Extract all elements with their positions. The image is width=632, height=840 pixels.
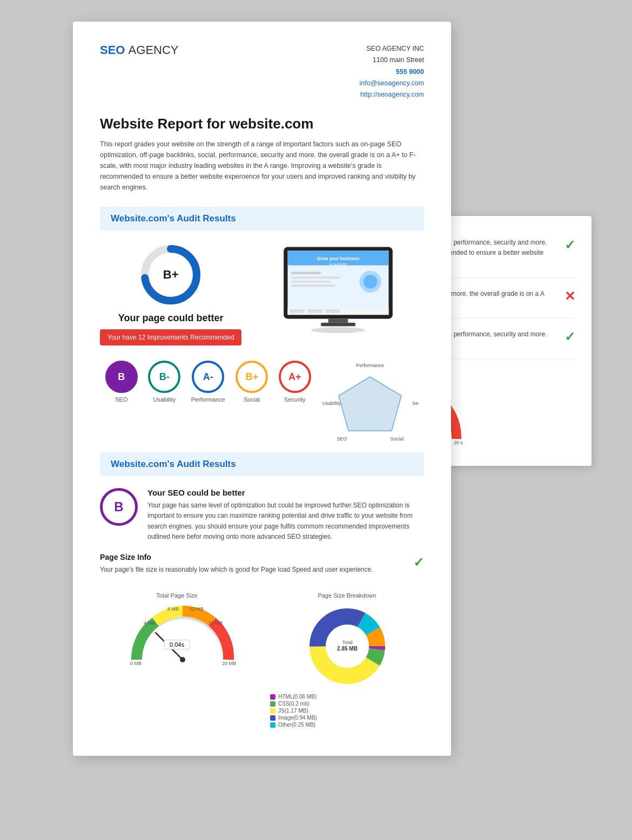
logo-agency: AGENCY — [129, 43, 179, 57]
seo-section: B Your SEO could be better Your page has… — [100, 488, 424, 542]
grade-left: B+ Your page could better Your have 12 I… — [100, 242, 241, 346]
svg-rect-23 — [307, 309, 322, 313]
svg-rect-22 — [290, 309, 304, 313]
header: SEO AGENCY SEO AGENCY INC 1100 main Stre… — [100, 43, 424, 100]
pie-wrapper: Total 2.85 MB — [304, 603, 391, 689]
svg-text:20 s: 20 s — [454, 440, 463, 444]
improvement-button[interactable]: Your have 12 Improvements Recommended — [100, 329, 241, 346]
agency-phone: 555 9000 — [360, 66, 424, 78]
gauge-display-value: 0.04s — [164, 640, 190, 649]
svg-point-27 — [311, 327, 366, 333]
svg-text:Usability: Usability — [322, 401, 341, 406]
svg-text:Performance: Performance — [356, 363, 384, 368]
svg-text:12 MB: 12 MB — [190, 606, 204, 612]
svg-text:16 MB: 16 MB — [209, 620, 223, 626]
svg-point-20 — [364, 275, 378, 289]
report-description: This report grades your website on the s… — [100, 139, 424, 193]
grade-donut: B+ — [138, 242, 203, 307]
grade-label-performance: Performance — [191, 396, 225, 403]
grade-text: Your page could better — [118, 313, 224, 324]
check-icon-1: ✓ — [564, 238, 575, 253]
audit-banner-1: Website.com's Audit Results — [100, 207, 424, 231]
total-page-size-label: Total Page Size — [100, 592, 254, 599]
svg-text:20 MB: 20 MB — [222, 661, 236, 665]
svg-text:0 MB: 0 MB — [130, 661, 142, 665]
report-title: Website Report for website.com — [100, 116, 424, 132]
audit-banner-2: Website.com's Audit Results — [100, 452, 424, 476]
grade-label-seo: SEO — [115, 396, 127, 403]
svg-rect-25 — [328, 319, 348, 323]
page-size-section: Page Size Info Your page's file size is … — [100, 553, 424, 729]
pie-legend: HTML(0.06 MB) CSS(0.2 mb) JS(1.17 MB) Im… — [270, 694, 424, 728]
monitor-area: Grow your business on autopilot — [241, 245, 424, 343]
grade-circle-social: B+ — [236, 361, 268, 393]
pie-chart-area: Page Size Breakdown — [270, 592, 424, 729]
monitor-svg: Grow your business on autopilot — [279, 245, 398, 343]
agency-email: info@seoagency.com — [360, 78, 424, 89]
page-size-title: Page Size Info — [100, 553, 405, 561]
grades-row: B SEO B- Usability A- Performance B+ Soc… — [100, 361, 424, 447]
agency-info: SEO AGENCY INC 1100 main Street 555 9000… — [360, 43, 424, 100]
seo-text: Your SEO could be better Your page has s… — [147, 488, 424, 542]
cross-icon-1: ✕ — [564, 289, 575, 304]
audit-banner-title-1: Website.com's Audit Results — [111, 213, 413, 224]
audit-banner-title-2: Website.com's Audit Results — [111, 459, 413, 470]
svg-text:Total: Total — [342, 640, 352, 645]
svg-rect-15 — [291, 272, 321, 274]
charts-row: Total Page Size — [100, 592, 424, 729]
svg-text:2.85 MB: 2.85 MB — [337, 646, 358, 652]
agency-name: SEO AGENCY INC — [360, 43, 424, 55]
front-card: SEO AGENCY SEO AGENCY INC 1100 main Stre… — [73, 22, 451, 756]
grade-circle-seo: B — [105, 361, 138, 393]
svg-rect-16 — [291, 277, 341, 279]
svg-text:Social: Social — [391, 436, 404, 442]
grade-item-usability: B- Usability — [148, 361, 180, 447]
gauge-chart-area: Total Page Size — [100, 592, 254, 657]
grade-circle-usability: B- — [148, 361, 180, 393]
check-icon-2: ✓ — [564, 329, 575, 344]
grade-label-security: Security — [284, 396, 306, 403]
page-size-desc: Your page's file size is reasonably low … — [100, 565, 405, 575]
grade-label-social: Social — [244, 396, 260, 403]
grade-item-performance: A- Performance — [191, 361, 225, 447]
donut-label: B+ — [163, 268, 179, 282]
svg-rect-26 — [321, 323, 355, 326]
gauge-wrapper: 0 MB 4 MB 8 MB 12 MB 16 MB 20 MB 0.04s — [129, 603, 226, 657]
grade-circle-security: A+ — [279, 361, 311, 393]
grade-circle-performance: A- — [192, 361, 224, 393]
logo: SEO AGENCY — [100, 43, 179, 57]
svg-point-35 — [180, 657, 185, 662]
seo-title: Your SEO could be better — [147, 488, 424, 497]
svg-rect-17 — [291, 281, 331, 283]
agency-website: http://seoagency.com — [360, 89, 424, 100]
svg-text:8 MB: 8 MB — [167, 606, 179, 612]
svg-text:on autopilot: on autopilot — [330, 262, 347, 267]
logo-seo: SEO — [100, 43, 125, 57]
svg-text:Security: Security — [412, 401, 419, 406]
grade-label-usability: Usability — [153, 396, 176, 403]
grade-section: B+ Your page could better Your have 12 I… — [100, 242, 424, 346]
svg-rect-24 — [325, 309, 340, 313]
grade-item-seo: B SEO — [105, 361, 138, 447]
svg-rect-18 — [291, 284, 335, 287]
svg-text:Grow your business: Grow your business — [317, 256, 360, 261]
page-size-check-icon: ✓ — [413, 555, 424, 570]
breakdown-label: Page Size Breakdown — [270, 592, 424, 599]
svg-text:SEO: SEO — [337, 436, 347, 442]
spider-chart: Performance Security Social SEO Usabilit… — [321, 361, 419, 447]
grade-item-security: A+ Security — [279, 361, 311, 447]
seo-description: Your page has same level of optimization… — [147, 500, 424, 542]
svg-text:4 MB: 4 MB — [144, 620, 155, 626]
agency-address: 1100 main Street — [360, 55, 424, 66]
grade-item-social: B+ Social — [236, 361, 268, 447]
seo-grade-circle: B — [100, 488, 138, 526]
svg-marker-33 — [339, 377, 401, 431]
